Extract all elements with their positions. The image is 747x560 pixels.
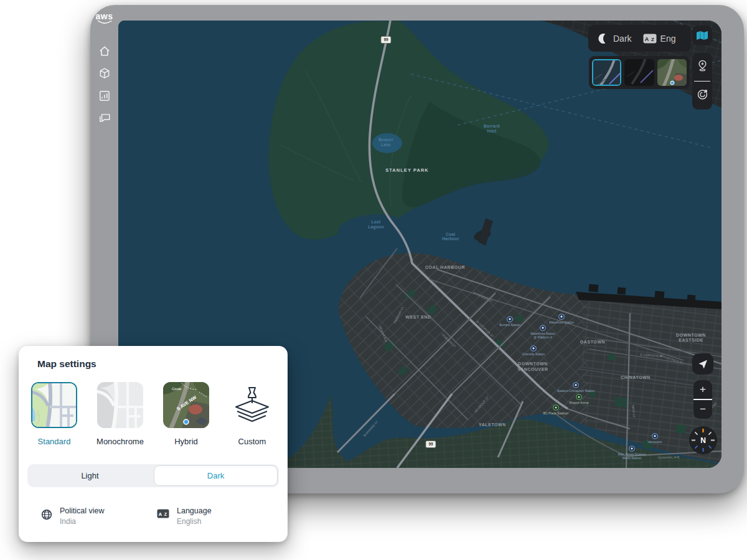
svg-text:Stadium-Chinatown Station: Stadium-Chinatown Station (557, 389, 595, 393)
map-style-button[interactable] (692, 26, 712, 45)
style-switcher (589, 56, 690, 89)
bar-chart-icon (98, 90, 111, 102)
style-label-monochrome: Monochrome (96, 437, 144, 446)
route-compass-icon (697, 88, 708, 100)
svg-text:TERMINAL AVE: TERMINAL AVE (657, 455, 680, 459)
svg-text:Z: Z (651, 37, 654, 42)
pin-plus-icon (697, 60, 708, 72)
style-option-custom[interactable]: Custom (228, 382, 276, 446)
compass-north-label: N (700, 436, 706, 445)
map-toolbar-pill: Dark A Z Eng (588, 25, 691, 52)
map-style-options: Standard Monochrome (19, 382, 288, 446)
folded-map-icon (696, 30, 708, 40)
svg-text:Z: Z (164, 512, 167, 516)
home-icon (98, 45, 111, 57)
page: aws (0, 0, 747, 560)
language-setting-button[interactable]: A Z Language English (157, 506, 212, 526)
svg-text:99: 99 (428, 442, 433, 446)
zoom-control: + − (693, 380, 712, 419)
svg-text:Granville Station: Granville Station (522, 352, 545, 356)
panel-title: Map settings (37, 358, 288, 370)
stack-divider (694, 81, 710, 82)
svg-text:BC Place Stadium: BC Place Stadium (543, 411, 569, 415)
theme-label: Dark (613, 34, 632, 44)
svg-text:Circle: Circle (172, 387, 182, 391)
sidebar-item-analytics[interactable] (98, 90, 111, 102)
monochrome-style-preview (624, 59, 654, 86)
dark-style-preview (593, 60, 621, 86)
chat-icon (98, 112, 111, 124)
style-thumb-dark[interactable] (592, 59, 621, 86)
layers-pin-icon (232, 385, 272, 426)
svg-text:COAL HARBOUR: COAL HARBOUR (425, 265, 465, 269)
zoom-in-button[interactable]: + (693, 380, 712, 399)
navigation-arrow-icon (697, 358, 709, 370)
theme-segmented-control: Light Dark (27, 464, 279, 487)
svg-text:A: A (159, 511, 162, 517)
style-thumb-satellite[interactable] (657, 59, 687, 86)
panel-footer: Political view India A Z Language Englis… (19, 506, 288, 526)
add-place-button[interactable] (697, 60, 708, 74)
style-label-custom: Custom (238, 437, 266, 446)
style-option-monochrome[interactable]: Monochrome (96, 382, 144, 446)
style-option-standard[interactable]: Standard (30, 382, 78, 446)
svg-text:CHINATOWN: CHINATOWN (621, 375, 651, 380)
globe-icon (41, 509, 52, 523)
svg-text:Waterfront Station: Waterfront Station (549, 320, 574, 324)
svg-text:Burrard Station: Burrard Station (499, 323, 520, 327)
standard-thumbnail (31, 382, 77, 428)
compass-button[interactable]: N (689, 426, 717, 454)
map-tools-stack (692, 53, 712, 110)
style-option-hybrid[interactable]: Circle S AVE NW Hybrid (162, 382, 210, 446)
svg-text:GASTOWN: GASTOWN (580, 340, 605, 344)
moon-icon (597, 32, 609, 45)
map-settings-panel: Map settings Standard (19, 346, 288, 542)
style-label-standard: Standard (38, 437, 71, 446)
theme-option-light[interactable]: Light (29, 465, 151, 486)
locate-me-button[interactable] (692, 353, 713, 375)
zoom-out-button[interactable]: − (693, 400, 712, 419)
theme-option-dark[interactable]: Dark (154, 465, 278, 486)
sidebar-item-feedback[interactable] (98, 112, 111, 124)
political-view-button[interactable]: Political view India (41, 506, 134, 526)
aws-logo-text: aws (96, 12, 113, 20)
svg-text:Waterfront Station@ Platform 4: Waterfront Station@ Platform 4 (530, 332, 555, 340)
political-view-label: Political view (60, 506, 105, 515)
language-label: Eng (660, 34, 676, 44)
svg-text:99: 99 (383, 37, 388, 42)
svg-text:STANLEY PARK: STANLEY PARK (385, 167, 429, 173)
svg-text:WEST END: WEST END (405, 315, 431, 319)
aws-logo[interactable]: aws (96, 12, 113, 25)
svg-text:DOWNTOWNVANCOUVER: DOWNTOWNVANCOUVER (517, 362, 548, 371)
svg-text:YALETOWN: YALETOWN (479, 422, 506, 427)
routing-button[interactable] (697, 88, 708, 103)
language-button[interactable]: A Z Eng (643, 34, 680, 44)
package-icon (98, 67, 111, 80)
satellite-style-preview (657, 59, 687, 86)
language-az-icon: A Z (157, 509, 169, 521)
sidebar-item-services[interactable] (98, 67, 111, 80)
hybrid-thumbnail: Circle S AVE NW (163, 382, 209, 428)
sidebar-item-home[interactable] (98, 45, 111, 57)
aws-smile-icon (96, 20, 113, 25)
language-setting-label: Language (177, 506, 212, 515)
custom-thumbnail (229, 382, 275, 428)
translate-az-icon: A Z (643, 34, 657, 44)
language-setting-value: English (177, 517, 212, 526)
style-thumb-monochrome[interactable] (624, 59, 654, 86)
style-label-hybrid: Hybrid (174, 437, 198, 446)
svg-text:DOWNTOWNEASTSIDE: DOWNTOWNEASTSIDE (676, 333, 706, 342)
svg-text:A: A (644, 35, 649, 42)
theme-toggle-button[interactable]: Dark (597, 32, 636, 45)
svg-text:Vancouver: Vancouver (647, 440, 662, 444)
monochrome-thumbnail (97, 382, 143, 428)
svg-text:Rogers Arena: Rogers Arena (570, 401, 589, 404)
political-view-value: India (60, 517, 105, 526)
